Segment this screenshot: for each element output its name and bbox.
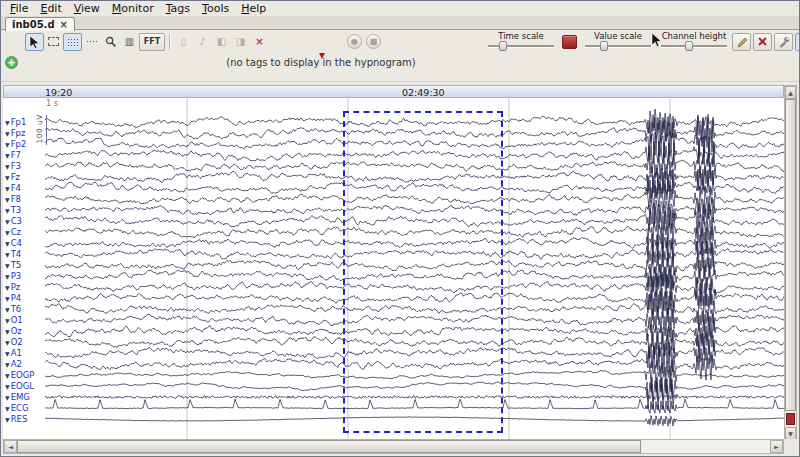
vertical-scrollbar[interactable]: ▲ ▼ bbox=[784, 85, 797, 441]
new-document-button[interactable]: ▯ bbox=[174, 33, 193, 51]
menu-bar: FileEditViewMonitorTagsToolsHelp bbox=[1, 1, 799, 16]
channel-label-F4[interactable]: ▼F4 bbox=[5, 183, 21, 194]
add-tag-button[interactable]: + bbox=[5, 56, 18, 69]
record-button[interactable]: ● bbox=[347, 34, 362, 49]
tab-bar: inb05.d × bbox=[1, 16, 799, 30]
tab-label: inb05.d bbox=[12, 19, 55, 30]
note-tag-button[interactable]: ♪ bbox=[193, 33, 212, 51]
menu-tags[interactable]: Tags bbox=[160, 1, 196, 16]
page-select-tool-button[interactable] bbox=[44, 33, 63, 51]
montage-wrench-button[interactable] bbox=[774, 33, 793, 51]
menu-monitor[interactable]: Monitor bbox=[106, 1, 160, 16]
channel-label-Fp1[interactable]: ▼Fp1 bbox=[5, 117, 26, 128]
time-scale-thumb[interactable] bbox=[499, 41, 507, 51]
channel-label-Fpz[interactable]: ▼Fpz bbox=[5, 128, 25, 139]
scroll-left-button[interactable]: ◄ bbox=[4, 440, 17, 453]
channel-label-O2[interactable]: ▼O2 bbox=[5, 337, 23, 348]
horizontal-scrollbar[interactable]: ◄ ► bbox=[3, 439, 784, 454]
tag-style-b-button[interactable]: ◨ bbox=[231, 33, 250, 51]
channel-label-P3[interactable]: ▼P3 bbox=[5, 271, 21, 282]
channel-select-tool-button[interactable] bbox=[82, 33, 101, 51]
channel-label-ECG[interactable]: ▼ECG bbox=[5, 403, 29, 414]
channel-label-T5[interactable]: ▼T5 bbox=[5, 260, 21, 271]
channel-height-label: Channel height bbox=[662, 32, 727, 41]
channel-label-Cz[interactable]: ▼Cz bbox=[5, 227, 21, 238]
stop-button[interactable]: ■ bbox=[366, 34, 381, 49]
channel-label-F3[interactable]: ▼F3 bbox=[5, 161, 21, 172]
snapshot-button[interactable] bbox=[562, 35, 577, 49]
channel-label-T3[interactable]: ▼T3 bbox=[5, 205, 21, 216]
channel-label-Fz[interactable]: ▼Fz bbox=[5, 172, 20, 183]
remove-button[interactable] bbox=[753, 33, 772, 51]
channel-label-T4[interactable]: ▼T4 bbox=[5, 249, 21, 260]
delete-tag-button[interactable]: × bbox=[250, 33, 269, 51]
channel-label-EOGP[interactable]: ▼EOGP bbox=[5, 370, 34, 381]
horizontal-scroll-thumb[interactable] bbox=[17, 440, 641, 453]
menu-tools[interactable]: Tools bbox=[196, 1, 235, 16]
display-options-button[interactable] bbox=[795, 33, 800, 51]
channel-label-EMG[interactable]: ▼EMG bbox=[5, 392, 30, 403]
channel-label-F8[interactable]: ▼F8 bbox=[5, 194, 21, 205]
stop-icon: ■ bbox=[370, 37, 378, 46]
right-tool-group bbox=[732, 33, 800, 51]
channel-label-P4[interactable]: ▼P4 bbox=[5, 293, 21, 304]
channel-label-EOGL[interactable]: ▼EOGL bbox=[5, 381, 34, 392]
value-scale-thumb[interactable] bbox=[600, 41, 608, 51]
channel-label-T6[interactable]: ▼T6 bbox=[5, 304, 21, 315]
block-select-tool-button[interactable] bbox=[63, 33, 82, 51]
time-ruler[interactable]: 19:20 02:49:30 bbox=[3, 85, 784, 98]
edit-signal-button[interactable] bbox=[732, 33, 751, 51]
time-scale-slider[interactable] bbox=[486, 41, 556, 51]
tab-inb05[interactable]: inb05.d × bbox=[5, 17, 75, 31]
scroll-right-button[interactable]: ► bbox=[770, 440, 783, 453]
channel-height-group: Channel height bbox=[656, 32, 732, 51]
channel-label-A2[interactable]: ▼A2 bbox=[5, 359, 22, 370]
channel-height-thumb[interactable] bbox=[685, 41, 693, 51]
recording-marker bbox=[786, 413, 795, 425]
value-scale-slider[interactable] bbox=[583, 41, 653, 51]
menu-edit[interactable]: Edit bbox=[34, 1, 67, 16]
channel-label-Fp2[interactable]: ▼Fp2 bbox=[5, 139, 26, 150]
channel-label-O1[interactable]: ▼O1 bbox=[5, 315, 23, 326]
zoom-tool-button[interactable] bbox=[101, 33, 120, 51]
channel-label-F7[interactable]: ▼F7 bbox=[5, 150, 21, 161]
document-icon: ▯ bbox=[181, 36, 187, 47]
amplitude-scale-line bbox=[46, 115, 47, 145]
scroll-up-icon: ▲ bbox=[788, 89, 793, 96]
time-scale-track bbox=[488, 45, 554, 47]
page-select-icon bbox=[48, 37, 59, 46]
channel-label-A1[interactable]: ▼A1 bbox=[5, 348, 22, 359]
channel-label-RES[interactable]: ▼RES bbox=[5, 414, 27, 425]
cursor-icon bbox=[30, 36, 39, 49]
channel-height-slider[interactable] bbox=[659, 41, 729, 51]
channel-label-Pz[interactable]: ▼Pz bbox=[5, 282, 20, 293]
tab-close-icon[interactable]: × bbox=[60, 20, 68, 30]
scroll-up-button[interactable]: ▲ bbox=[785, 86, 796, 99]
record-icon: ● bbox=[351, 37, 358, 46]
menu-view[interactable]: View bbox=[68, 1, 106, 16]
channel-label-Oz[interactable]: ▼Oz bbox=[5, 326, 22, 337]
tag-b-icon: ◨ bbox=[236, 36, 245, 47]
toolbar: ▥ FFT ▯ ♪ ◧ ◨ × ● ■ Time scale Value sca… bbox=[1, 30, 799, 53]
scroll-down-icon: ▼ bbox=[788, 430, 793, 437]
measure-tool-button[interactable]: ▥ bbox=[120, 33, 139, 51]
selection-rect[interactable] bbox=[343, 111, 503, 433]
amplitude-scale-label: 100 uV bbox=[35, 114, 44, 144]
zoom-icon bbox=[105, 36, 117, 48]
time-scale-label: Time scale bbox=[498, 32, 543, 41]
menu-file[interactable]: File bbox=[4, 1, 34, 16]
measure-icon: ▥ bbox=[125, 36, 134, 47]
channel-label-C3[interactable]: ▼C3 bbox=[5, 216, 22, 227]
signal-area[interactable]: ▼Fp1▼Fpz▼Fp2▼F7▼F3▼Fz▼F4▼F8▼T3▼C3▼Cz▼C4▼… bbox=[3, 98, 784, 439]
cursor-tool-button[interactable] bbox=[25, 33, 44, 51]
hypnogram-strip: + (no tags to display in the hypnogram) bbox=[1, 53, 799, 82]
wrench-icon bbox=[778, 36, 790, 48]
fft-button[interactable]: FFT bbox=[139, 33, 165, 51]
menu-help[interactable]: Help bbox=[235, 1, 272, 16]
channel-label-C4[interactable]: ▼C4 bbox=[5, 238, 22, 249]
hypnogram-position-marker[interactable] bbox=[319, 53, 325, 59]
vertical-scroll-thumb[interactable] bbox=[785, 99, 796, 411]
ruler-page-time: 02:49:30 bbox=[402, 87, 445, 98]
scrollbar-corner bbox=[784, 439, 797, 454]
tag-style-a-button[interactable]: ◧ bbox=[212, 33, 231, 51]
